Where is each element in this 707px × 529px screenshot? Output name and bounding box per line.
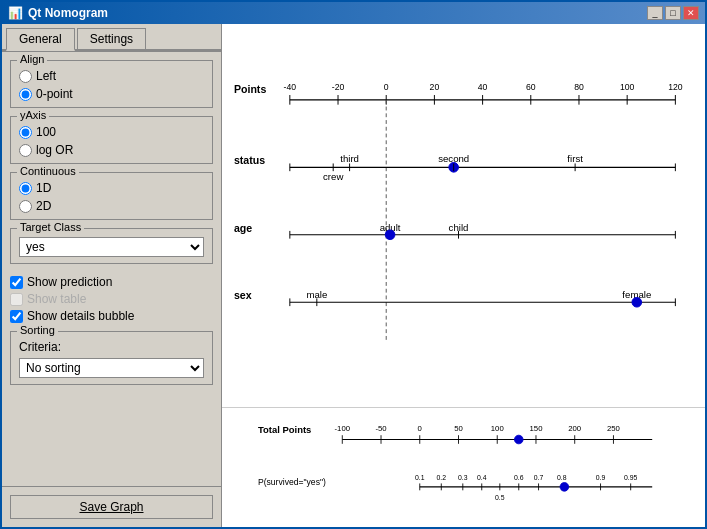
points-label: Points bbox=[234, 83, 266, 95]
probability-dot bbox=[560, 483, 569, 492]
svg-text:0: 0 bbox=[384, 82, 389, 92]
status-row-label: status bbox=[234, 154, 265, 166]
panel-body: Align Left 0-point yAxis 100 bbox=[2, 52, 221, 486]
age-row-label: age bbox=[234, 222, 252, 234]
criteria-label-row: Criteria: bbox=[19, 340, 204, 354]
show-details-row: Show details bubble bbox=[10, 309, 213, 323]
yaxis-logor-row: log OR bbox=[19, 143, 204, 157]
align-label: Align bbox=[17, 53, 47, 65]
svg-text:0.7: 0.7 bbox=[534, 474, 544, 481]
chart-bottom: Total Points -100 -50 0 50 100 150 bbox=[222, 407, 705, 527]
nomogram-svg: Points -40 -20 0 20 bbox=[232, 34, 685, 397]
svg-text:first: first bbox=[567, 153, 583, 164]
show-prediction-row: Show prediction bbox=[10, 275, 213, 289]
sorting-dropdown-row: No sorting Ascending Descending bbox=[19, 358, 204, 378]
tab-settings[interactable]: Settings bbox=[77, 28, 146, 49]
yaxis-100-label: 100 bbox=[36, 125, 56, 139]
yaxis-logor-label: log OR bbox=[36, 143, 73, 157]
svg-text:crew: crew bbox=[323, 171, 343, 182]
continuous-2d-label: 2D bbox=[36, 199, 51, 213]
save-btn-container: Save Graph bbox=[2, 486, 221, 527]
age-dot bbox=[385, 230, 395, 240]
svg-text:0.1: 0.1 bbox=[415, 474, 425, 481]
svg-text:-50: -50 bbox=[375, 424, 386, 433]
yaxis-100-radio[interactable] bbox=[19, 126, 32, 139]
align-0point-radio[interactable] bbox=[19, 88, 32, 101]
svg-text:250: 250 bbox=[607, 424, 620, 433]
sex-dot bbox=[632, 297, 642, 307]
titlebar-title: 📊 Qt Nomogram bbox=[8, 6, 108, 20]
checkboxes-group: Show prediction Show table Show details … bbox=[10, 272, 213, 323]
continuous-label: Continuous bbox=[17, 165, 79, 177]
align-0point-label: 0-point bbox=[36, 87, 73, 101]
show-table-row: Show table bbox=[10, 292, 213, 306]
svg-text:0.3: 0.3 bbox=[458, 474, 468, 481]
continuous-group: Continuous 1D 2D bbox=[10, 172, 213, 220]
sorting-group: Sorting Criteria: No sorting Ascending D… bbox=[10, 331, 213, 385]
svg-text:150: 150 bbox=[530, 424, 543, 433]
continuous-2d-radio[interactable] bbox=[19, 200, 32, 213]
svg-text:200: 200 bbox=[568, 424, 581, 433]
svg-text:50: 50 bbox=[454, 424, 463, 433]
show-details-checkbox[interactable] bbox=[10, 310, 23, 323]
svg-text:third: third bbox=[340, 153, 359, 164]
left-panel: General Settings Align Left 0-point bbox=[2, 24, 222, 527]
maximize-button[interactable]: □ bbox=[665, 6, 681, 20]
svg-text:0.9: 0.9 bbox=[596, 474, 606, 481]
svg-text:100: 100 bbox=[491, 424, 504, 433]
yaxis-logor-radio[interactable] bbox=[19, 144, 32, 157]
target-class-label: Target Class bbox=[17, 221, 84, 233]
svg-text:0.6: 0.6 bbox=[514, 474, 524, 481]
window-icon: 📊 bbox=[8, 6, 23, 20]
svg-text:120: 120 bbox=[668, 82, 683, 92]
show-prediction-label: Show prediction bbox=[27, 275, 112, 289]
titlebar: 📊 Qt Nomogram _ □ ✕ bbox=[2, 2, 705, 24]
probability-label: P(survived="yes") bbox=[258, 477, 326, 487]
yaxis-group: yAxis 100 log OR bbox=[10, 116, 213, 164]
total-points-label: Total Points bbox=[258, 424, 311, 435]
svg-text:40: 40 bbox=[478, 82, 488, 92]
right-panel: Points -40 -20 0 20 bbox=[222, 24, 705, 527]
sorting-label: Sorting bbox=[17, 324, 58, 336]
svg-text:0.2: 0.2 bbox=[437, 474, 447, 481]
main-window: 📊 Qt Nomogram _ □ ✕ General Settings Ali… bbox=[0, 0, 707, 529]
continuous-2d-row: 2D bbox=[19, 199, 204, 213]
svg-text:0.8: 0.8 bbox=[557, 474, 567, 481]
show-table-checkbox[interactable] bbox=[10, 293, 23, 306]
target-class-group: Target Class yes no bbox=[10, 228, 213, 264]
align-left-label: Left bbox=[36, 69, 56, 83]
window-title: Qt Nomogram bbox=[28, 6, 108, 20]
show-details-label: Show details bubble bbox=[27, 309, 134, 323]
yaxis-label: yAxis bbox=[17, 109, 49, 121]
criteria-label: Criteria: bbox=[19, 340, 61, 354]
titlebar-buttons: _ □ ✕ bbox=[647, 6, 699, 20]
svg-text:0.4: 0.4 bbox=[477, 474, 487, 481]
svg-text:0.5: 0.5 bbox=[495, 494, 505, 501]
total-points-dot bbox=[514, 435, 523, 444]
yaxis-100-row: 100 bbox=[19, 125, 204, 139]
save-graph-button[interactable]: Save Graph bbox=[10, 495, 213, 519]
show-prediction-checkbox[interactable] bbox=[10, 276, 23, 289]
svg-text:20: 20 bbox=[430, 82, 440, 92]
tab-general[interactable]: General bbox=[6, 28, 75, 51]
align-0point-row: 0-point bbox=[19, 87, 204, 101]
svg-text:-40: -40 bbox=[284, 82, 297, 92]
svg-text:100: 100 bbox=[620, 82, 635, 92]
continuous-1d-label: 1D bbox=[36, 181, 51, 195]
content-area: General Settings Align Left 0-point bbox=[2, 24, 705, 527]
sorting-select[interactable]: No sorting Ascending Descending bbox=[19, 358, 204, 378]
show-table-label: Show table bbox=[27, 292, 86, 306]
target-class-dropdown-row: yes no bbox=[19, 237, 204, 257]
svg-text:80: 80 bbox=[574, 82, 584, 92]
tabs-container: General Settings bbox=[2, 24, 221, 52]
svg-text:0.95: 0.95 bbox=[624, 474, 638, 481]
align-left-row: Left bbox=[19, 69, 204, 83]
svg-text:-100: -100 bbox=[335, 424, 350, 433]
align-left-radio[interactable] bbox=[19, 70, 32, 83]
close-button[interactable]: ✕ bbox=[683, 6, 699, 20]
target-class-select[interactable]: yes no bbox=[19, 237, 204, 257]
continuous-1d-radio[interactable] bbox=[19, 182, 32, 195]
svg-text:-20: -20 bbox=[332, 82, 345, 92]
total-points-svg: Total Points -100 -50 0 50 100 150 bbox=[232, 418, 685, 517]
minimize-button[interactable]: _ bbox=[647, 6, 663, 20]
